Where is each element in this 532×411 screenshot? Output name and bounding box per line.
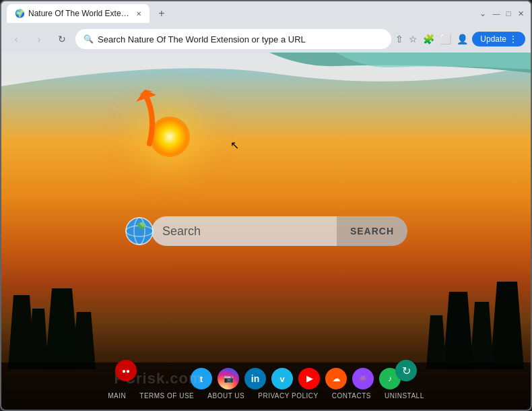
address-bar[interactable]: 🔍 Search Nature Of The World Extension o…	[75, 29, 391, 49]
nav-link-privacy[interactable]: PRIVACY POLICY	[258, 392, 318, 400]
reload-button[interactable]: ↻	[53, 30, 71, 49]
chevron-button[interactable]: ⌄	[479, 9, 486, 18]
back-button[interactable]: ‹	[7, 30, 26, 49]
browser-window: 🌍 Nature Of The World Extension ✕ + ⌄ — …	[0, 0, 532, 411]
nav-links-row: MAIN TERMS OF USE ABOUT US PRIVACY POLIC…	[108, 392, 424, 400]
browser-action-icons: ⇧ ☆ 🧩 ⬜ 👤	[395, 34, 468, 44]
close-button[interactable]: ✕	[516, 9, 525, 18]
dot-icon: ●●	[122, 367, 130, 375]
tab-favicon: 🌍	[15, 9, 24, 18]
page-content: ↖ Search SEARCH	[1, 53, 531, 410]
extension-logo	[125, 216, 154, 246]
forward-icon: ›	[38, 34, 41, 44]
nav-link-terms[interactable]: TERMS OF USE	[139, 392, 194, 400]
active-tab[interactable]: 🌍 Nature Of The World Extension ✕	[7, 4, 149, 23]
title-bar: 🌍 Nature Of The World Extension ✕ + ⌄ — …	[1, 1, 531, 26]
social-icon-vimeo[interactable]: v	[271, 368, 293, 389]
tree-right-4	[426, 315, 446, 369]
search-input-wrapper[interactable]: Search	[152, 216, 337, 246]
minimize-button[interactable]: —	[492, 9, 501, 18]
tree-right-1	[490, 282, 524, 369]
tree-right-2	[470, 302, 494, 369]
back-icon: ‹	[15, 34, 18, 44]
share-icon[interactable]: ⇧	[395, 34, 403, 44]
tab-close-button[interactable]: ✕	[136, 10, 141, 18]
mouse-cursor: ↖	[230, 139, 239, 152]
nav-bar: ‹ › ↻ 🔍 Search Nature Of The World Exten…	[1, 26, 531, 53]
social-icon-soundcloud[interactable]: ☁	[325, 368, 347, 389]
forward-button[interactable]: ›	[30, 30, 48, 49]
refresh-icon: ↻	[402, 365, 411, 377]
social-icon-youtube[interactable]: ▶	[298, 368, 320, 389]
social-icon-linkedin[interactable]: in	[244, 368, 266, 389]
refresh-icon-button[interactable]: ↻	[395, 360, 417, 381]
reload-icon: ↻	[58, 34, 66, 44]
split-view-icon[interactable]: ⬜	[440, 34, 451, 44]
tree-left-4	[72, 312, 96, 369]
maximize-button[interactable]: □	[504, 9, 513, 18]
bookmark-icon[interactable]: ☆	[409, 34, 418, 44]
social-icon-instagram[interactable]: 📷	[218, 368, 239, 389]
tree-left-2	[28, 309, 48, 369]
tree-right-3	[443, 292, 473, 369]
social-icon-twitch[interactable]: 👾	[352, 368, 374, 389]
search-input[interactable]: Search	[162, 224, 201, 239]
extensions-icon[interactable]: 🧩	[423, 34, 434, 44]
tab-area: 🌍 Nature Of The World Extension ✕ +	[7, 4, 477, 23]
tree-silhouettes	[1, 288, 531, 369]
nav-link-contacts[interactable]: CONTACTS	[332, 392, 371, 400]
search-button[interactable]: SEARCH	[337, 216, 407, 246]
new-tab-button[interactable]: +	[152, 4, 171, 23]
chevron-down-icon: ⌄	[479, 9, 486, 18]
update-button[interactable]: Update ⋮	[472, 32, 525, 46]
search-button-label: SEARCH	[350, 226, 394, 236]
profile-icon[interactable]: 👤	[457, 34, 468, 44]
nav-link-about[interactable]: ABOUT US	[207, 392, 244, 400]
bottom-left-icon[interactable]: ●●	[115, 360, 137, 381]
social-icons-row: ●● PCrisk.com t 📷 in v ▶ ☁ 👾 ♪ ↻	[104, 362, 428, 392]
bottom-bar: ●● PCrisk.com t 📷 in v ▶ ☁ 👾 ♪ ↻	[1, 362, 531, 410]
tab-title: Nature Of The World Extension	[28, 9, 129, 18]
update-label: Update	[480, 34, 506, 44]
search-icon: 🔍	[84, 34, 94, 44]
address-text: Search Nature Of The World Extension or …	[98, 34, 383, 44]
window-controls: ⌄ — □ ✕	[479, 9, 525, 18]
nav-link-uninstall[interactable]: UNINSTALL	[385, 392, 424, 400]
nav-link-main[interactable]: MAIN	[108, 392, 126, 400]
wave-header	[1, 53, 531, 106]
search-area: Search SEARCH	[125, 216, 407, 246]
update-menu-icon: ⋮	[509, 34, 517, 44]
